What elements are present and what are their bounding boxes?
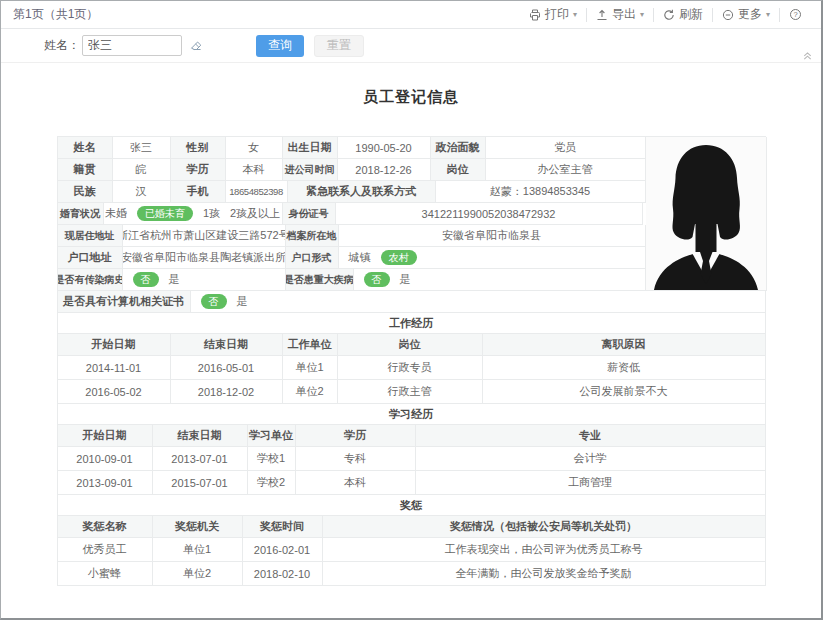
query-button[interactable]: 查询	[256, 35, 304, 57]
reset-button[interactable]: 重置	[314, 35, 364, 57]
employee-photo	[646, 137, 767, 291]
column-header: 岗位	[338, 334, 483, 356]
work-section-title: 工作经历	[58, 313, 766, 334]
option-married-no-child-selected: 已婚未育	[137, 206, 193, 221]
major-disease-label: 是否患重大疾病	[286, 269, 354, 291]
collapse-panel-icon[interactable]	[802, 50, 813, 61]
cell: 会计学	[416, 447, 766, 471]
cell: 学校1	[248, 447, 296, 471]
column-header: 离职原因	[483, 334, 766, 356]
female-silhouette-image	[646, 137, 766, 290]
cell: 优秀员工	[58, 538, 153, 562]
report-content: 员工登记信息 姓名 张三 性别 女 出生日期 1990-05-20 政治面貌 党…	[1, 63, 821, 586]
post-label: 岗位	[431, 159, 486, 181]
top-toolbar: 第1页（共1页） 打印 ▾ 导出 ▾	[1, 1, 821, 29]
computer-cert-label: 是否具有计算机相关证书	[58, 291, 191, 313]
education-value: 本科	[226, 159, 283, 181]
minus-circle-icon	[722, 9, 734, 21]
reward-section: 奖惩	[58, 495, 766, 516]
origin-label: 籍贯	[58, 159, 113, 181]
education-label: 学历	[171, 159, 226, 181]
column-header: 奖惩名称	[58, 516, 153, 538]
cell: 2018-02-10	[243, 562, 323, 586]
cell: 薪资低	[483, 356, 766, 380]
row-residence-archive: 现居住地址 浙江省杭州市萧山区建设三路572号 档案所在地 安徽省阜阳市临泉县	[58, 225, 646, 247]
study-header-row: 开始日期 结束日期 学习单位 学历 专业	[58, 425, 766, 447]
residence-value: 浙江省杭州市萧山区建设三路572号	[123, 225, 286, 247]
political-label: 政治面貌	[431, 137, 486, 159]
name-label: 姓名	[58, 137, 113, 159]
marital-options: 未婚 已婚未育 1孩 2孩及以上	[104, 203, 283, 225]
option-yes: 是	[169, 272, 180, 287]
more-button[interactable]: 更多 ▾	[713, 7, 779, 23]
page-title: 员工登记信息	[1, 88, 821, 107]
cell: 工商管理	[416, 471, 766, 495]
name-search-label: 姓名：	[44, 37, 80, 54]
toolbar-actions: 打印 ▾ 导出 ▾ 刷新	[520, 1, 811, 28]
cell: 2013-07-01	[153, 447, 248, 471]
row-basic-3: 民族 汉 手机 18654852398 紧急联系人及联系方式 赵蒙：138948…	[58, 181, 646, 203]
report-window: 第1页（共1页） 打印 ▾ 导出 ▾	[0, 0, 823, 620]
mobile-value: 18654852398	[226, 181, 288, 203]
name-search-input[interactable]	[82, 35, 182, 56]
gender-label: 性别	[171, 137, 226, 159]
option-two-plus-children: 2孩及以上	[230, 206, 280, 221]
post-value: 办公室主管	[486, 159, 646, 181]
option-yes: 是	[237, 294, 248, 309]
cell: 2018-12-02	[171, 380, 283, 404]
cell: 学校2	[248, 471, 296, 495]
mobile-label: 手机	[171, 181, 226, 203]
option-one-child: 1孩	[203, 206, 220, 221]
archive-label: 档案所在地	[286, 225, 339, 247]
option-rural-selected: 农村	[381, 250, 417, 265]
name-value: 张三	[113, 137, 171, 159]
cell: 2016-05-02	[58, 380, 171, 404]
cell: 行政专员	[338, 356, 483, 380]
cell: 小蜜蜂	[58, 562, 153, 586]
table-row: 2013-09-01 2015-07-01 学校2 本科 工商管理	[58, 471, 766, 495]
help-icon: ?	[789, 8, 802, 21]
cell: 单位2	[283, 380, 338, 404]
cell: 2014-11-01	[58, 356, 171, 380]
export-button[interactable]: 导出 ▾	[587, 7, 653, 23]
print-button[interactable]: 打印 ▾	[520, 7, 586, 23]
cell: 2013-09-01	[58, 471, 153, 495]
option-yes: 是	[400, 272, 411, 287]
help-button[interactable]: ?	[780, 7, 811, 23]
cell: 工作表现突出，由公司评为优秀员工称号	[323, 538, 766, 562]
option-urban: 城镇	[349, 250, 371, 265]
row-hukou: 户口地址 安徽省阜阳市临泉县陶老镇派出所 户口形式 城镇 农村	[58, 247, 646, 269]
table-row: 小蜜蜂 单位2 2018-02-10 全年满勤，由公司发放奖金给予奖励	[58, 562, 766, 586]
cell: 单位2	[153, 562, 243, 586]
column-header: 开始日期	[58, 334, 171, 356]
refresh-button[interactable]: 刷新	[654, 7, 712, 23]
row-computer-cert: 是否具有计算机相关证书 否 是	[58, 291, 766, 313]
column-header: 开始日期	[58, 425, 153, 447]
hukou-type-options: 城镇 农村	[339, 247, 646, 269]
study-section: 学习经历	[58, 404, 766, 425]
reward-section-title: 奖惩	[58, 495, 766, 516]
row-basic-2: 籍贯 皖 学历 本科 进公司时间 2018-12-26 岗位 办公室主管	[58, 159, 646, 181]
table-row: 2010-09-01 2013-07-01 学校1 专科 会计学	[58, 447, 766, 471]
svg-text:?: ?	[793, 10, 797, 19]
computer-cert-options: 否 是	[191, 291, 766, 313]
cell: 2016-02-01	[243, 538, 323, 562]
chevron-down-icon: ▾	[573, 11, 577, 19]
column-header: 学习单位	[248, 425, 296, 447]
hukou-address-label: 户口地址	[58, 247, 123, 269]
column-header: 奖惩时间	[243, 516, 323, 538]
archive-value: 安徽省阜阳市临泉县	[339, 225, 646, 247]
column-header: 专业	[416, 425, 766, 447]
cell: 单位1	[283, 356, 338, 380]
origin-value: 皖	[113, 159, 171, 181]
employee-form: 姓名 张三 性别 女 出生日期 1990-05-20 政治面貌 党员 籍贯 皖 …	[57, 136, 766, 586]
emergency-label: 紧急联系人及联系方式	[288, 181, 436, 203]
column-header: 奖惩机关	[153, 516, 243, 538]
study-section-title: 学习经历	[58, 404, 766, 425]
search-bar: 姓名： 查询 重置	[1, 29, 821, 63]
export-icon	[596, 9, 608, 21]
chevron-down-icon: ▾	[640, 11, 644, 19]
clear-input-icon[interactable]	[189, 38, 204, 53]
emergency-value: 赵蒙：13894853345	[436, 181, 646, 203]
row-basic-1: 姓名 张三 性别 女 出生日期 1990-05-20 政治面貌 党员	[58, 137, 646, 159]
